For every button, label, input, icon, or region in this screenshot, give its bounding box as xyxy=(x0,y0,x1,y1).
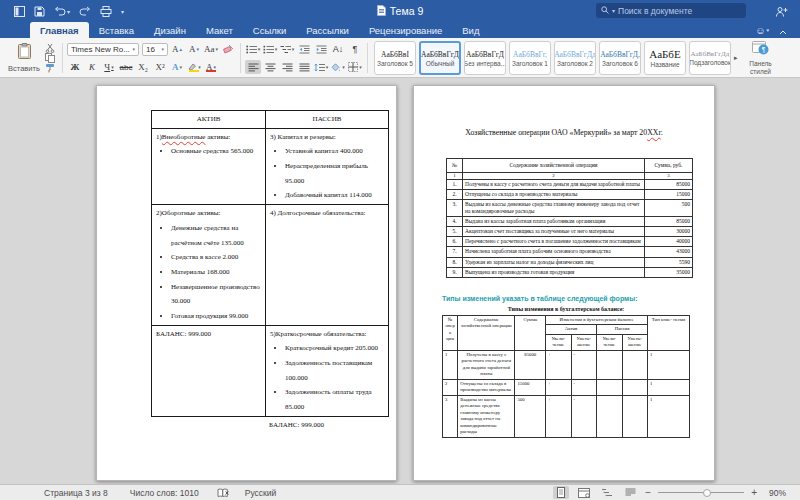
print-icon[interactable] xyxy=(100,6,112,17)
word-count[interactable]: Число слов: 1010 xyxy=(130,488,199,498)
sidebar-toggle-icon[interactable] xyxy=(14,6,25,17)
styles-gallery-more-icon[interactable]: ▸ xyxy=(734,54,738,62)
vneoborotnye-cell: 1)Внеоборотные активы: Основные средства… xyxy=(152,128,266,204)
text-effects-button[interactable]: А▾ xyxy=(169,60,185,74)
borders-icon[interactable]: ▾ xyxy=(347,60,363,74)
superscript-button[interactable]: X² xyxy=(152,60,168,74)
feedback-smiley-icon[interactable]: ☺ xyxy=(755,25,769,36)
shading-icon[interactable]: ▾ xyxy=(330,60,346,74)
zoom-in-button[interactable]: + xyxy=(751,487,757,498)
table-row: 2 Отпущены со склада в производство мате… xyxy=(443,379,690,395)
style-zagolovok1[interactable]: АаБбВвГг,Заголовок 1 xyxy=(509,41,551,75)
ribbon-tab-row: Главная Вставка Дизайн Макет Ссылки Расс… xyxy=(0,22,800,38)
copy-icon[interactable] xyxy=(42,53,58,63)
redo-icon[interactable] xyxy=(79,6,91,16)
table-row: АКТИВ ПАССИВ xyxy=(152,111,389,129)
font-color-button[interactable]: А▾ xyxy=(203,60,219,74)
font-name-select[interactable]: Times New Ro...▾ xyxy=(67,43,139,56)
highlight-button[interactable]: ▾ xyxy=(186,60,202,74)
document-page-left[interactable]: АКТИВ ПАССИВ 1)Внеоборотные активы: Осно… xyxy=(96,85,397,481)
subscript-button[interactable]: X₂ xyxy=(135,60,151,74)
tab-vid[interactable]: Вид xyxy=(452,22,489,38)
clear-formatting-icon[interactable] xyxy=(220,42,236,56)
kratkosrochnye-cell: 5)Краткосрочные обязательства: Краткосро… xyxy=(266,325,389,416)
table-row: 6.Перечислено с расчетного счета в погаш… xyxy=(447,237,693,247)
show-marks-icon[interactable]: ¶ xyxy=(347,42,363,56)
strikethrough-button[interactable]: abc xyxy=(118,60,134,74)
style-zagolovok6[interactable]: АаБбВвГгД,Заголовок 6 xyxy=(599,41,641,75)
print-layout-view-icon[interactable] xyxy=(553,486,569,499)
oborotnye-cell: 2)Оборотные активы: Денежные средства на… xyxy=(152,205,266,326)
zoom-slider-knob[interactable] xyxy=(703,489,711,497)
italic-button[interactable]: К xyxy=(84,60,100,74)
paragraph-group: ▾ ▾ ▾ А↓ ¶ ▾ ▾ ▾ xyxy=(245,41,363,75)
line-spacing-icon[interactable]: ▾ xyxy=(313,60,329,74)
table-row: 8.Удержан из зарплаты налог на доходы фи… xyxy=(447,257,693,267)
operations-title: Хозяйственные операции ОАО «Меркурий» за… xyxy=(414,128,714,137)
zoom-level[interactable]: 90% xyxy=(764,488,786,498)
style-nazvanie[interactable]: АаБбЕНазвание xyxy=(644,41,686,75)
numbering-icon[interactable]: ▾ xyxy=(262,42,278,56)
tab-rassylki[interactable]: Рассылки xyxy=(296,22,359,38)
change-case-button[interactable]: Аа▾ xyxy=(203,42,219,56)
draft-view-icon[interactable] xyxy=(622,486,638,499)
word-window: ▾ ▾ Тема 9 ▾ Поиск в документе Главная В… xyxy=(0,0,800,500)
outline-view-icon[interactable] xyxy=(599,486,615,499)
justify-button[interactable] xyxy=(296,60,312,74)
dolgosrochnye-cell: 4) Долгосрочные обязательства: xyxy=(266,205,389,326)
save-icon[interactable] xyxy=(34,6,45,17)
balance-changes-table: № опера ции Содержание хозяйственной опе… xyxy=(442,315,690,438)
styles-pane-icon: ¶ xyxy=(752,41,769,59)
tab-glavnaya[interactable]: Главная xyxy=(30,22,89,38)
tab-vstavka[interactable]: Вставка xyxy=(89,22,144,38)
format-painter-icon[interactable] xyxy=(42,63,58,73)
grow-font-button[interactable]: А xyxy=(169,42,185,56)
undo-icon[interactable]: ▾ xyxy=(54,6,70,16)
align-right-button[interactable] xyxy=(279,60,295,74)
style-obychnyy[interactable]: АаБбВвГгДОбычный xyxy=(419,41,461,75)
page-indicator[interactable]: Страница 3 из 8 xyxy=(44,488,108,498)
sort-icon[interactable]: А↓ xyxy=(330,42,346,56)
style-zagolovok5[interactable]: АаБбВвІЗаголовок 5 xyxy=(374,41,416,75)
align-left-button[interactable] xyxy=(245,60,261,74)
document-page-right[interactable]: Хозяйственные операции ОАО «Меркурий» за… xyxy=(413,85,715,481)
tab-retsenzirovanie[interactable]: Рецензирование xyxy=(359,22,452,38)
styles-pane-button[interactable]: ¶ Панель стилей xyxy=(741,41,781,75)
underline-button[interactable]: Ч▾ xyxy=(101,60,117,74)
table-row: БАЛАНС: 999.000 5)Краткосрочные обязател… xyxy=(152,325,389,416)
table-row: 3.Выданы из кассы денежные средства глав… xyxy=(447,199,693,216)
aktiv-header: АКТИВ xyxy=(152,111,266,129)
tab-ssylki[interactable]: Ссылки xyxy=(243,22,296,38)
collapse-ribbon-icon[interactable] xyxy=(779,21,787,39)
search-placeholder: Поиск в документе xyxy=(618,6,692,16)
operations-table: № Содержание хозяйственной операции Сумм… xyxy=(446,158,693,278)
style-bez-intervala[interactable]: АаБбВвГгДБез интерва... xyxy=(464,41,506,75)
tab-dizayn[interactable]: Дизайн xyxy=(144,22,196,38)
increase-indent-icon[interactable] xyxy=(313,42,329,56)
style-podzagolovok[interactable]: АаБбВвГгДдПодзаголовок xyxy=(689,41,731,75)
bold-button[interactable]: Ж xyxy=(67,60,83,74)
tab-maket[interactable]: Макет xyxy=(196,22,243,38)
multilevel-list-icon[interactable]: ▾ xyxy=(279,42,295,56)
cut-icon[interactable] xyxy=(42,43,58,53)
bullets-icon[interactable]: ▾ xyxy=(245,42,261,56)
document-title: Тема 9 xyxy=(390,5,423,17)
document-icon xyxy=(377,5,386,18)
align-center-button[interactable] xyxy=(262,60,278,74)
share-icon[interactable] xyxy=(775,4,788,22)
document-area[interactable]: АКТИВ ПАССИВ 1)Внеоборотные активы: Осно… xyxy=(0,78,800,484)
shrink-font-button[interactable]: А xyxy=(186,42,202,56)
font-size-select[interactable]: 16▾ xyxy=(142,43,168,56)
table-row: 1.Получены в кассу с расчетного счета де… xyxy=(447,179,693,189)
decrease-indent-icon[interactable] xyxy=(296,42,312,56)
qat-customize-icon[interactable]: ▾ xyxy=(121,8,124,15)
search-input[interactable]: ▾ Поиск в документе xyxy=(596,3,746,18)
zoom-slider[interactable] xyxy=(658,486,744,499)
language-indicator[interactable]: Русский xyxy=(245,488,277,498)
search-scope-caret-icon[interactable]: ▾ xyxy=(612,7,615,14)
zoom-out-button[interactable]: − xyxy=(645,487,651,498)
paste-button[interactable]: Вставить xyxy=(8,41,40,75)
style-zagolovok2[interactable]: АаБбВвГгДдЗаголовок 2 xyxy=(554,41,596,75)
web-layout-view-icon[interactable] xyxy=(576,486,592,499)
proofing-status-icon[interactable] xyxy=(217,488,229,498)
